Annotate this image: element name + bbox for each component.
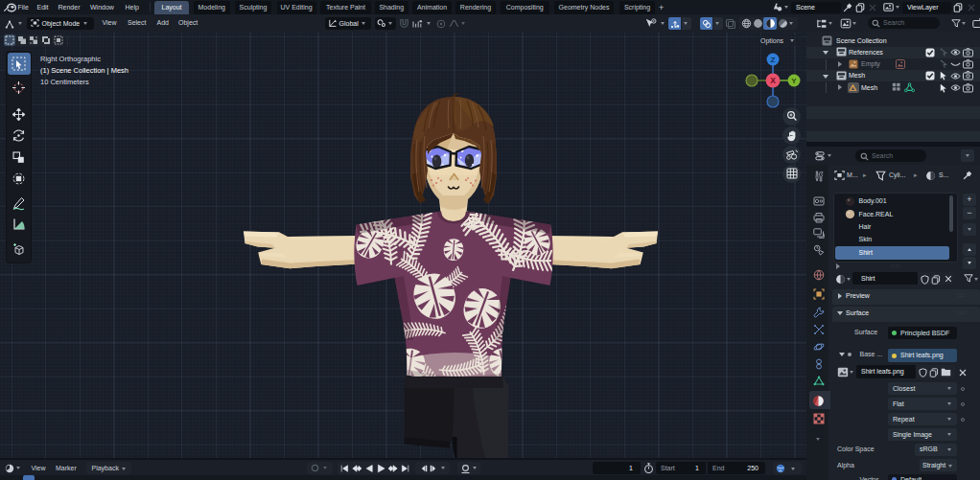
svg-text:Y: Y: [791, 77, 797, 85]
svg-text:Z: Z: [771, 56, 776, 64]
svg-text:X: X: [770, 76, 776, 85]
